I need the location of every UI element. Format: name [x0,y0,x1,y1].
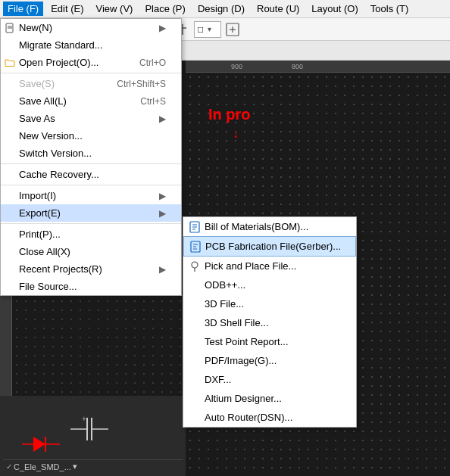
shape-arrow: ▾ [208,25,217,33]
menu-layout[interactable]: Layout (O) [307,2,362,16]
export-3dfile-label: 3D File... [205,298,244,310]
folder-icon [4,57,16,69]
export-testpoint-label: Test Point Report... [205,336,289,347]
separator-2 [1,163,181,164]
separator-3 [1,185,181,185]
svg-point-29 [192,262,198,268]
extend-icon[interactable] [224,21,241,38]
bom-icon [188,220,202,234]
svg-text:+: + [82,415,86,423]
menu-item-saveas-label: Save As [19,113,55,124]
export-altium-label: Altium Designer... [205,393,282,404]
menu-item-saveas[interactable]: Save As ▶ [1,110,181,127]
separator-1 [1,73,181,73]
export-arrow: ▶ [159,208,166,219]
menu-item-open-label: Open Project(O)... [19,57,98,68]
menu-item-saveall[interactable]: Save All(L) Ctrl+S [1,92,181,110]
menu-item-recentprojects[interactable]: Recent Projects(R) ▶ [1,260,181,278]
export-submenu: Bill of Materials(BOM)... PCB Fabricatio… [183,216,357,428]
import-arrow: ▶ [159,191,166,201]
menu-item-import-label: Import(I) [19,190,56,201]
export-testpoint[interactable]: Test Point Report... [183,332,356,351]
export-3dshell[interactable]: 3D Shell File... [183,313,356,332]
menu-item-print-label: Print(P)... [19,229,61,240]
menu-item-closeall-label: Close All(X) [19,246,70,257]
menu-item-filesource-label: File Source... [19,281,77,292]
shape-label: □ [198,24,208,35]
separator-4 [1,223,181,224]
menu-item-export-label: Export(E) [19,207,61,219]
menu-item-new-label: New(N) [19,22,52,33]
menu-item-newversion[interactable]: New Version... [1,127,181,145]
menu-bar: File (F) Edit (E) View (V) Place (P) Des… [0,0,450,18]
export-gerber-label: PCB Fabrication File(Gerber)... [205,241,341,252]
new-icon [4,22,16,34]
gerber-icon [189,240,202,254]
menu-item-switchversion[interactable]: Switch Version... [1,145,181,162]
menu-item-closeall[interactable]: Close All(X) [1,243,181,260]
arrow-indicator: ↓ [233,127,239,141]
export-dxf-label: DXF... [205,374,231,385]
ruler-mark-800: 800 [292,63,303,70]
export-altium[interactable]: Altium Designer... [183,389,356,408]
menu-item-newversion-label: New Version... [19,130,83,142]
export-autorouter[interactable]: Auto Router(DSN)... [183,408,356,427]
export-autorouter-label: Auto Router(DSN)... [205,412,292,423]
file-menu: New(N) ▶ Migrate Standard... Open Projec… [0,18,182,296]
export-gerber[interactable]: PCB Fabrication File(Gerber)... [183,236,356,257]
save-shortcut: Ctrl+Shift+S [94,79,166,89]
menu-design[interactable]: Design (D) [193,2,249,16]
menu-item-open[interactable]: Open Project(O)... Ctrl+O [1,54,181,71]
export-bom[interactable]: Bill of Materials(BOM)... [183,217,356,236]
menu-edit[interactable]: Edit (E) [46,2,88,16]
diode-symbol [18,422,64,467]
menu-item-save[interactable]: Save(S) Ctrl+Shift+S [1,75,181,92]
export-3dfile[interactable]: 3D File... [183,294,356,313]
open-shortcut: Ctrl+O [117,58,166,68]
menu-view[interactable]: View (V) [92,2,138,16]
saveas-arrow: ▶ [159,114,166,124]
ruler-top: 900 800 [186,61,450,73]
menu-item-import[interactable]: Import(I) ▶ [1,187,181,204]
menu-item-switchversion-label: Switch Version... [19,148,92,159]
menu-item-saveall-label: Save All(L) [19,95,67,107]
menu-item-migrate[interactable]: Migrate Standard... [1,36,181,54]
menu-item-print[interactable]: Print(P)... [1,226,181,243]
shape-dropdown[interactable]: □ ▾ [194,21,221,38]
menu-item-migrate-label: Migrate Standard... [19,39,103,51]
export-dxf[interactable]: DXF... [183,370,356,389]
svg-marker-19 [33,437,45,452]
export-3dshell-label: 3D Shell File... [205,317,269,328]
export-bom-label: Bill of Materials(BOM)... [205,221,308,232]
menu-place[interactable]: Place (P) [140,2,189,16]
in-pro-text: In pro [208,106,251,123]
menu-route[interactable]: Route (U) [252,2,304,16]
menu-tools[interactable]: Tools (T) [366,2,414,16]
menu-file[interactable]: File (F) [3,2,43,16]
export-pickplace-label: Pick and Place File... [205,260,296,272]
new-submenu-arrow: ▶ [159,23,166,33]
menu-item-save-label: Save(S) [19,78,55,89]
export-odb[interactable]: ODB++... [183,275,356,294]
menu-item-export[interactable]: Export(E) ▶ [1,204,181,222]
ruler-mark-900: 900 [231,63,242,70]
menu-item-recentprojects-label: Recent Projects(R) [19,263,102,275]
menu-item-cache-label: Cache Recovery... [19,169,99,180]
export-pickplace[interactable]: Pick and Place File... [183,257,356,275]
export-pdf[interactable]: PDF/Image(G)... [183,351,356,370]
recent-arrow: ▶ [159,264,166,275]
menu-item-cache[interactable]: Cache Recovery... [1,166,181,183]
menu-item-filesource[interactable]: File Source... [1,278,181,295]
saveall-shortcut: Ctrl+S [117,96,166,107]
export-pdf-label: PDF/Image(G)... [205,355,277,366]
component-dropdown-arrow[interactable]: ▾ [73,462,77,471]
menu-item-new[interactable]: New(N) ▶ [1,19,181,36]
export-odb-label: ODB++... [205,279,245,291]
pickplace-icon [188,260,202,273]
capacitor-symbol: + [55,406,131,452]
